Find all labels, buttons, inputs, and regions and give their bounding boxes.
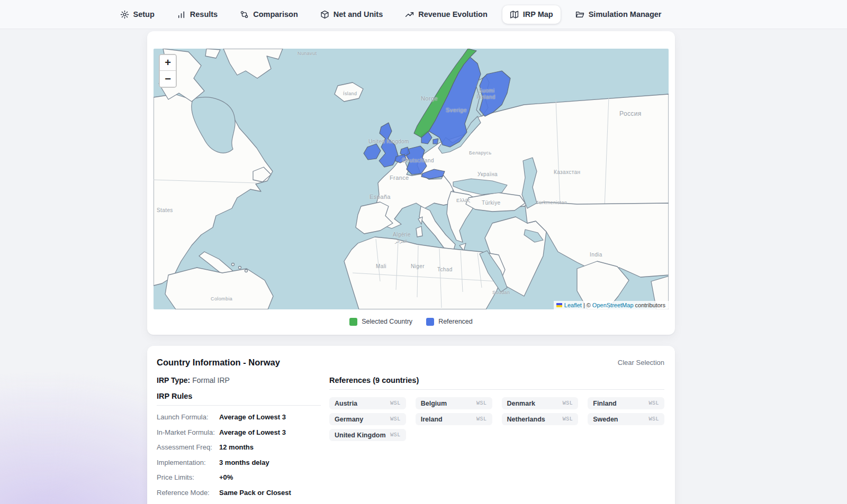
rule-row-in-market-formula: In-Market Formula: Average of Lowest 3 (157, 428, 321, 436)
map-card: NunavutStatesColombiaÍslandNorgeSverigeS… (147, 31, 675, 335)
tab-label: Revenue Evolution (418, 10, 488, 19)
trending-up-icon (405, 10, 414, 19)
legend-referenced: Referenced (426, 318, 473, 326)
map-iceland (335, 83, 363, 102)
tab-results[interactable]: Results (169, 5, 225, 24)
wsl-badge: WSL (390, 432, 401, 438)
folder-icon (575, 10, 584, 19)
tab-label: Results (190, 10, 218, 19)
package-icon (320, 10, 329, 19)
reference-chip: SwedenWSL (588, 413, 664, 425)
gear-icon (120, 10, 129, 19)
reference-chip: FinlandWSL (588, 397, 664, 409)
rule-row-reference-mode: Reference Mode: Same Pack or Closest (157, 489, 321, 497)
wsl-badge: WSL (563, 400, 573, 406)
tab-label: Net and Units (334, 10, 383, 19)
rule-row-price-limits: Price Limits: +0% (157, 473, 321, 481)
reference-chip: GermanyWSL (329, 413, 406, 425)
bar-chart-icon (177, 10, 186, 19)
map-zoom-control: + − (159, 54, 177, 88)
tab-label: IRP Map (523, 10, 553, 19)
wsl-badge: WSL (648, 400, 659, 406)
irp-details-column: IRP Type: Formal IRP IRP Rules Launch Fo… (157, 376, 321, 503)
wsl-badge: WSL (563, 416, 573, 422)
rule-row-assessment-freq: Assessment Freq: 12 months (157, 443, 321, 451)
reference-chip: IrelandWSL (416, 413, 492, 425)
country-info-title: Country Information - Norway (157, 358, 280, 368)
wsl-badge: WSL (648, 416, 659, 422)
map-country-ireland[interactable] (364, 144, 381, 160)
rule-row-launch-formula: Launch Formula: Average of Lowest 3 (157, 413, 321, 421)
tab-net-and-units[interactable]: Net and Units (313, 5, 390, 24)
references-column: References (9 countries) AustriaWSL Belg… (329, 376, 664, 503)
zoom-in-button[interactable]: + (160, 55, 176, 71)
clear-selection-button[interactable]: Clear Selection (618, 359, 664, 366)
map-icon (510, 10, 519, 19)
world-basemap (154, 49, 669, 309)
tab-setup[interactable]: Setup (113, 5, 162, 24)
ukraine-flag-icon (556, 303, 562, 307)
reference-chip: DenmarkWSL (502, 397, 579, 409)
content-column: NunavutStatesColombiaÍslandNorgeSverigeS… (147, 31, 675, 504)
tab-bar: Setup Results Comparison Net and Units R… (113, 5, 669, 24)
tab-simulation-manager[interactable]: Simulation Manager (568, 5, 669, 24)
selected-country-swatch (349, 318, 357, 326)
leaflet-link[interactable]: Leaflet (564, 302, 582, 308)
git-compare-icon (240, 10, 249, 19)
map-canvas[interactable]: NunavutStatesColombiaÍslandNorgeSverigeS… (154, 49, 669, 309)
country-info-card: Country Information - Norway Clear Selec… (147, 346, 675, 504)
legend-selected-country: Selected Country (349, 318, 412, 326)
openstreetmap-link[interactable]: OpenStreetMap (592, 302, 634, 308)
tab-label: Setup (133, 10, 155, 19)
map-iberia (356, 202, 393, 234)
map-legend: Selected Country Referenced (154, 316, 669, 327)
top-navigation: Setup Results Comparison Net and Units R… (0, 0, 847, 29)
tab-revenue-evolution[interactable]: Revenue Evolution (398, 5, 495, 24)
references-heading: References (9 countries) (329, 376, 664, 390)
irp-type-value: Formal IRP (192, 376, 230, 384)
reference-chip: United KingdomWSL (329, 429, 406, 441)
irp-rules-heading: IRP Rules (157, 392, 321, 406)
reference-chip: BelgiumWSL (416, 397, 492, 409)
referenced-swatch (426, 318, 434, 326)
zoom-out-button[interactable]: − (160, 71, 176, 87)
tab-label: Comparison (253, 10, 298, 19)
wsl-badge: WSL (476, 416, 487, 422)
map-country-germany[interactable] (407, 146, 427, 175)
tab-label: Simulation Manager (589, 10, 662, 19)
map-south-america (165, 268, 273, 309)
reference-chip-grid: AustriaWSL BelgiumWSL DenmarkWSL Finland… (329, 397, 664, 441)
reference-chip: AustriaWSL (329, 397, 406, 409)
wsl-badge: WSL (390, 400, 401, 406)
wsl-badge: WSL (390, 416, 401, 422)
tab-irp-map[interactable]: IRP Map (502, 5, 561, 24)
map-attribution: Leaflet | © OpenStreetMap contributors (554, 301, 669, 309)
tab-comparison[interactable]: Comparison (232, 5, 305, 24)
wsl-badge: WSL (476, 400, 487, 406)
map-greenland (223, 49, 283, 78)
rule-row-implementation: Implementation: 3 months delay (157, 459, 321, 466)
irp-type-label: IRP Type: (157, 376, 190, 384)
map-africa (344, 237, 505, 309)
reference-chip: NetherlandsWSL (502, 413, 579, 425)
